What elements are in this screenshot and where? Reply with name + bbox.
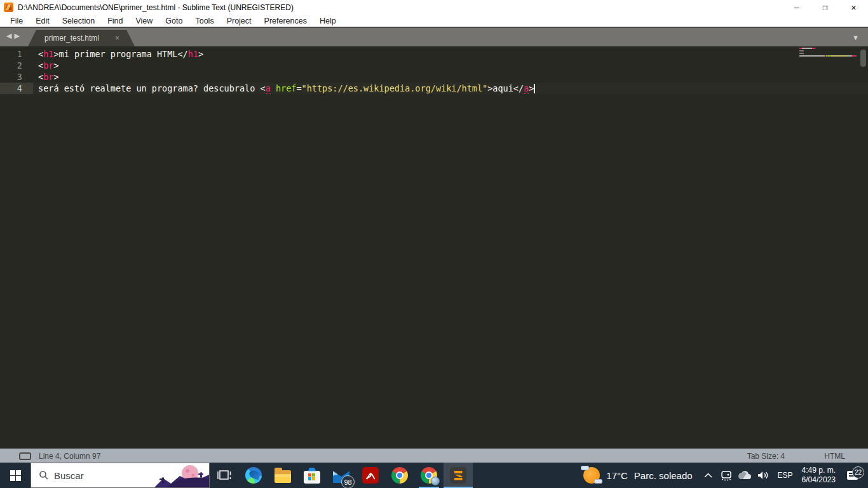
- line-number: 3: [0, 71, 33, 83]
- menu-item-view[interactable]: View: [129, 15, 159, 27]
- tab-size-indicator[interactable]: Tab Size: 4: [747, 452, 785, 461]
- sublime-app-icon: [4, 3, 13, 12]
- edge-button[interactable]: [239, 463, 268, 488]
- microsoft-store-icon: [304, 471, 320, 484]
- weather-icon: [583, 467, 600, 484]
- acrobat-icon: [362, 467, 379, 484]
- acrobat-button[interactable]: [356, 463, 385, 488]
- sublime-taskbar-icon: [450, 467, 466, 484]
- menu-item-file[interactable]: File: [4, 15, 29, 27]
- code-line-3[interactable]: 3<br>: [0, 71, 868, 83]
- code-text: <h1>mi primer programa HTML</h1>: [33, 48, 203, 60]
- weather-widget[interactable]: 17°C Parc. soleado: [577, 467, 698, 484]
- tray-expand-button[interactable]: [700, 473, 716, 478]
- tab-primer-test[interactable]: primer_test.html ×: [28, 30, 135, 46]
- line-number: 1: [0, 48, 33, 60]
- chrome-icon: [391, 467, 408, 484]
- tray-date: 6/04/2023: [802, 475, 836, 485]
- search-highlight-illustration: [154, 463, 209, 487]
- code-text: <br>: [33, 71, 59, 83]
- notification-badge: 22: [852, 466, 864, 478]
- panel-toggle-icon[interactable]: [19, 452, 31, 460]
- minimize-button[interactable]: –: [782, 0, 811, 15]
- menu-item-find[interactable]: Find: [101, 15, 129, 27]
- chrome-button[interactable]: [385, 463, 414, 488]
- menu-item-goto[interactable]: Goto: [159, 15, 189, 27]
- text-caret: [534, 84, 535, 93]
- speaker-icon: [757, 470, 770, 480]
- search-placeholder: Buscar: [54, 470, 84, 481]
- edge-icon: [245, 467, 262, 484]
- prev-tab-arrow-icon[interactable]: ◀: [6, 32, 11, 39]
- camera-icon: [720, 470, 733, 481]
- sublime-taskbar-button[interactable]: [444, 463, 473, 488]
- chevron-up-icon: [704, 473, 712, 478]
- search-box[interactable]: Buscar: [31, 463, 210, 488]
- code-text: <br>: [33, 60, 59, 71]
- tab-scroll-arrows: ◀ ▶: [6, 32, 20, 39]
- tab-label: primer_test.html: [44, 34, 99, 43]
- close-button[interactable]: ✕: [839, 0, 868, 15]
- line-number: 4: [0, 83, 33, 94]
- chrome-profile-button[interactable]: [414, 463, 444, 488]
- file-explorer-icon: [275, 470, 291, 483]
- menu-item-edit[interactable]: Edit: [29, 15, 56, 27]
- task-view-button[interactable]: [210, 463, 239, 488]
- cursor-position: Line 4, Column 97: [39, 452, 100, 461]
- code-line-2[interactable]: 2<br>: [0, 60, 868, 71]
- clock[interactable]: 4:49 p. m. 6/04/2023: [798, 466, 839, 485]
- menu-item-help[interactable]: Help: [313, 15, 342, 27]
- line-number: 2: [0, 60, 33, 71]
- code-text: será estó realmete un programa? descubra…: [33, 83, 535, 94]
- microsoft-store-button[interactable]: [297, 463, 327, 488]
- tab-close-icon[interactable]: ×: [115, 34, 119, 43]
- window-controls: – ❐ ✕: [782, 0, 868, 15]
- next-tab-arrow-icon[interactable]: ▶: [14, 32, 19, 39]
- restore-button[interactable]: ❐: [811, 0, 839, 15]
- status-bar: Line 4, Column 97 Tab Size: 4 HTML: [0, 449, 868, 463]
- language-indicator[interactable]: ESP: [773, 471, 798, 480]
- menu-bar: FileEditSelectionFindViewGotoToolsProjec…: [0, 15, 868, 28]
- code-line-1[interactable]: 1<h1>mi primer programa HTML</h1>: [0, 48, 868, 60]
- globe-overlay-icon: [431, 477, 440, 485]
- tab-overflow-icon[interactable]: ▼: [852, 34, 859, 41]
- onedrive-button[interactable]: [737, 471, 753, 480]
- code-editor[interactable]: 1<h1>mi primer programa HTML</h1>2<br>3<…: [0, 46, 868, 449]
- search-icon: [39, 470, 49, 480]
- chrome-profile-icon: [421, 467, 437, 484]
- file-explorer-button[interactable]: [268, 463, 297, 488]
- minimap[interactable]: [799, 48, 858, 58]
- menu-item-tools[interactable]: Tools: [189, 15, 220, 27]
- tray-time: 4:49 p. m.: [802, 466, 836, 475]
- mail-button[interactable]: 98: [327, 463, 356, 488]
- start-button[interactable]: [0, 463, 31, 488]
- system-tray: 17°C Parc. soleado: [577, 463, 868, 488]
- task-view-icon: [217, 468, 232, 483]
- tab-bar: ◀ ▶ primer_test.html × ▼: [0, 28, 868, 46]
- temperature: 17°C: [606, 470, 628, 481]
- windows-logo-icon: [10, 470, 21, 481]
- windows-taskbar: Buscar: [0, 463, 868, 488]
- meet-now-button[interactable]: [719, 470, 735, 481]
- mail-unread-badge: 98: [341, 475, 355, 488]
- syntax-indicator[interactable]: HTML: [824, 452, 845, 461]
- title-bar: D:\ANDREA\Documents\ONE\primer_test.html…: [0, 0, 868, 15]
- volume-button[interactable]: [756, 470, 771, 480]
- scrollbar-thumb[interactable]: [860, 50, 866, 67]
- menu-item-preferences[interactable]: Preferences: [258, 15, 313, 27]
- window-title: D:\ANDREA\Documents\ONE\primer_test.html…: [18, 3, 294, 12]
- sublime-text-window: D:\ANDREA\Documents\ONE\primer_test.html…: [0, 0, 868, 488]
- code-line-4[interactable]: 4será estó realmete un programa? descubr…: [0, 83, 868, 94]
- menu-item-project[interactable]: Project: [220, 15, 258, 27]
- onedrive-cloud-icon: [738, 471, 752, 480]
- weather-condition: Parc. soleado: [634, 470, 693, 481]
- notification-center-button[interactable]: 22: [839, 471, 865, 480]
- menu-item-selection[interactable]: Selection: [56, 15, 101, 27]
